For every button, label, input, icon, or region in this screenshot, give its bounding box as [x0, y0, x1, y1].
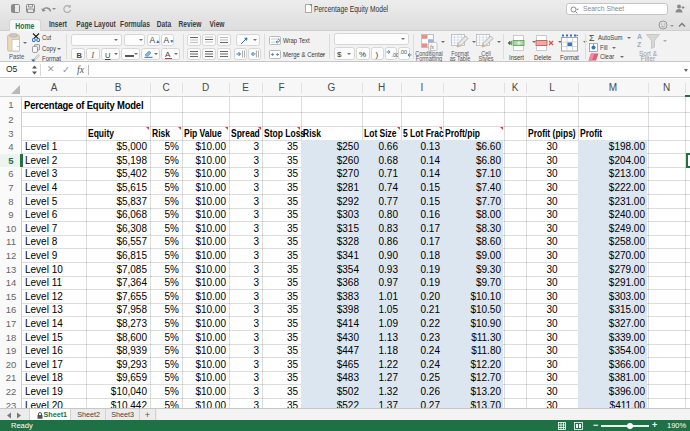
svg-text:.00: .00	[399, 49, 407, 55]
